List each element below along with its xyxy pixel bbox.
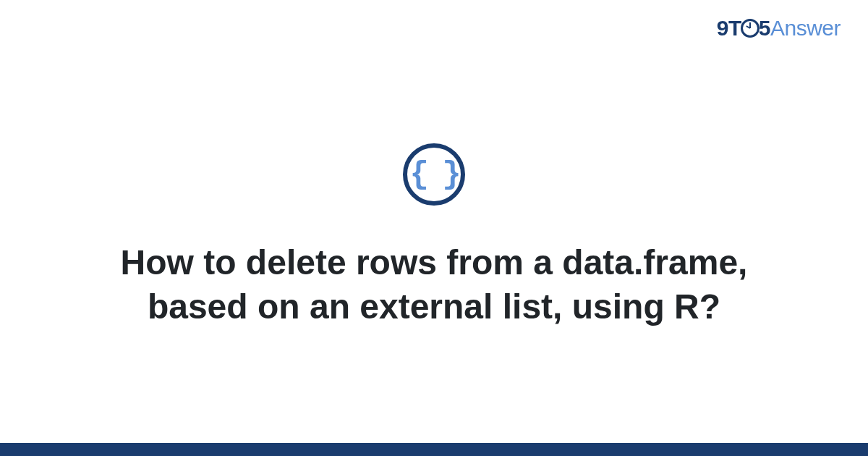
footer-bar [0,443,868,456]
main-content: { } How to delete rows from a data.frame… [0,0,868,443]
category-badge: { } [403,143,465,206]
question-title: How to delete rows from a data.frame, ba… [87,240,781,329]
code-braces-icon: { } [409,159,458,190]
